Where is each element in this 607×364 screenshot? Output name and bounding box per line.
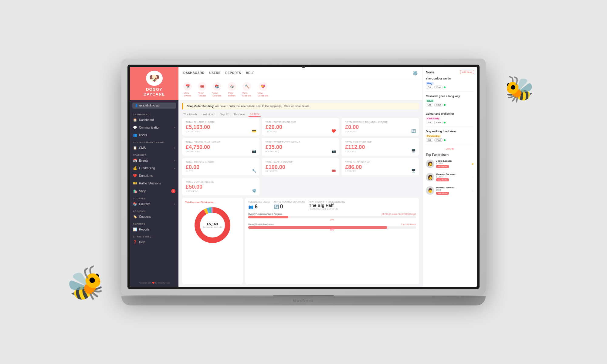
quicklink-auctions[interactable]: 🔨 ViewAuctions xyxy=(242,82,252,97)
sidebar-item-dashboard[interactable]: 🏠 Dashboard xyxy=(130,116,178,124)
news-view-button[interactable]: View xyxy=(434,121,443,124)
news-edit-button[interactable]: Edit xyxy=(426,138,433,142)
quicklink-tickets[interactable]: 🎟️ ViewTickets xyxy=(198,82,206,97)
stat-raffle-income: TOTAL RAFFLE INCOME £100.00 20 TICKETS 🎟… xyxy=(262,158,339,176)
chevron-right-icon: ▸ xyxy=(174,126,175,129)
news-edit-button[interactable]: Edit xyxy=(426,86,433,89)
stat-shop-income: TOTAL SHOP INCOME £86.00 3 ORDERS 🖥️ xyxy=(341,158,419,176)
cms-icon: 📋 xyxy=(133,146,137,150)
laptop-base: MacBook xyxy=(121,296,486,305)
fundraiser-item: 👩 Jodie Leeson £2,600 View Profile ★ xyxy=(426,160,474,168)
bee-left-decoration: 🐝 xyxy=(60,261,111,311)
filter-this-month[interactable]: This Month xyxy=(182,112,198,116)
users-metric-icon: 👥 xyxy=(248,204,253,209)
sidebar-item-donations[interactable]: ❤️ Donations xyxy=(130,172,178,180)
events-icon: 📅 xyxy=(133,159,137,163)
sidebar-item-communication[interactable]: 💬 Communication ▸ xyxy=(130,124,178,131)
courses-icon: 📚 xyxy=(133,202,137,206)
bottom-section: Total Income Distribution xyxy=(178,198,422,287)
sidebar-item-courses[interactable]: 📚 Courses ▸ xyxy=(130,200,178,208)
fundraiser-item: 👩 Gemma Parsons £1,650 View Profile ☆ xyxy=(426,173,474,181)
add-news-button[interactable]: Add News xyxy=(460,70,474,74)
view-profile-button[interactable]: View Profile xyxy=(436,178,449,181)
sidebar-item-users[interactable]: 👥 Users xyxy=(130,131,178,139)
filter-this-year[interactable]: This Year xyxy=(232,112,246,116)
sidebar-item-reports[interactable]: 📊 Reports xyxy=(130,226,178,233)
sidebar-section-addons: ADD-ONS xyxy=(130,208,178,213)
laptop-brand: MacBook xyxy=(293,299,314,303)
users-fundraisers-progress-row: Users Who Are Fundraisers 5 out of 6 Use… xyxy=(248,223,416,231)
sidebar-item-fundraising[interactable]: 💰 Fundraising ▸ xyxy=(130,164,178,172)
filter-sep22[interactable]: Sep 22 xyxy=(219,112,230,116)
monitor2-icon: 🖥️ xyxy=(411,169,416,173)
card-icon: 💳 xyxy=(252,129,256,133)
gear-stat-icon: ⚙️ xyxy=(252,189,256,193)
chevron-right-icon-courses: ▸ xyxy=(174,203,175,205)
tool-icon: 🔧 xyxy=(252,169,256,173)
events-quicklink-icon: 📅 xyxy=(183,82,192,91)
stat-event-entry: TOTAL EVENT ENTRY INCOME £35.00 (EX GIFT… xyxy=(262,138,339,156)
sidebar-section-courses: COURSES xyxy=(130,195,178,200)
shop-order-alert[interactable]: Shop Order Pending: We have 1 order that… xyxy=(182,103,419,110)
nav-users[interactable]: USERS xyxy=(209,70,221,76)
logo-text: DOGGY DAYCARE xyxy=(144,87,165,96)
news-view-button[interactable]: View xyxy=(434,138,443,142)
avatar: 👩 xyxy=(426,160,434,168)
sidebar-section-dashboard: DASHBOARD xyxy=(130,111,178,116)
coupons-icon: 🏷️ xyxy=(133,215,137,219)
auctions-quicklink-icon: 🔨 xyxy=(242,82,251,91)
sidebar-item-shop[interactable]: 🛍️ Shop 1 xyxy=(130,187,178,195)
fundraising-progress-bar xyxy=(248,216,416,218)
star-filled-icon: ★ xyxy=(471,162,474,166)
nav-dashboard[interactable]: DASHBOARD xyxy=(183,70,205,76)
fundraising-icon: 💰 xyxy=(133,166,137,170)
chevron-right-icon-cms: ▸ xyxy=(174,147,175,149)
sidebar-item-cms[interactable]: 📋 CMS ▸ xyxy=(130,144,178,152)
status-active-dot xyxy=(444,122,446,123)
stat-course-income: TOTAL COURSE INCOME £50.00 1 SESSIONS ⚙️ xyxy=(182,178,259,195)
status-active-dot xyxy=(444,86,446,88)
sidebar-item-events[interactable]: 📅 Events ▸ xyxy=(130,157,178,164)
ticket-icon: 🎟️ xyxy=(331,169,336,173)
next-event-box: NEXT EVENT: 5TH NOVEMBER 2022 The Big Ha… xyxy=(309,201,416,210)
news-edit-button[interactable]: Edit xyxy=(426,103,433,106)
filter-tabs: This Month Last Month Sep 22 This Year A… xyxy=(178,110,422,118)
quick-links-bar: 📅 ViewEvents 🎟️ ViewTickets 📚 ViewCourse… xyxy=(178,79,422,100)
news-item: Research goes a long way News Edit View xyxy=(426,95,474,109)
stat-ticket-income: TOTAL TICKET INCOME £112.00 3 TICKETS 🖥️ xyxy=(341,138,419,156)
top-navigation: DASHBOARD USERS REPORTS HELP ⚙️ xyxy=(178,67,422,79)
view-profile-button[interactable]: View Profile xyxy=(436,192,449,195)
quicklink-courses[interactable]: 📚 ViewCourses xyxy=(212,82,222,97)
shop-icon: 🛍️ xyxy=(133,189,137,193)
filter-all-time[interactable]: All Time xyxy=(249,112,261,117)
nav-help[interactable]: HELP xyxy=(246,70,255,76)
donations-quicklink-icon: 💝 xyxy=(259,82,267,91)
income-distribution-chart: Total Income Distribution xyxy=(182,198,243,284)
news-view-button[interactable]: View xyxy=(434,86,443,89)
sidebar: 🐶 DOGGY DAYCARE 👤 Exit Admin Area xyxy=(130,67,178,287)
view-profile-button[interactable]: View Profile xyxy=(436,165,449,168)
monitor-icon: 🖥️ xyxy=(411,149,416,153)
quicklink-donations[interactable]: 💝 ViewDonations xyxy=(257,82,268,97)
news-view-button[interactable]: View xyxy=(434,103,443,106)
view-all-news-button[interactable]: View all xyxy=(426,147,474,150)
camera-icon: 📷 xyxy=(252,149,256,153)
status-active-dot xyxy=(444,139,446,141)
donations-icon: ❤️ xyxy=(133,174,137,178)
quicklink-events[interactable]: 📅 ViewEvents xyxy=(183,82,192,97)
sidebar-item-help[interactable]: ❓ Help xyxy=(130,238,178,246)
filter-last-month[interactable]: Last Month xyxy=(201,112,217,116)
stat-all-time-income: TOTAL ALL-TIME INCOME £5,163.00 (EX GIFT… xyxy=(182,118,259,136)
sidebar-section-reports: REPORTS xyxy=(130,221,178,226)
sidebar-item-raffles[interactable]: 🎫 Raffle / Auctions xyxy=(130,180,178,187)
exit-admin-button[interactable]: 👤 Exit Admin Area xyxy=(132,103,176,109)
quicklink-raffles[interactable]: 🎲 ViewRaffles xyxy=(228,82,236,97)
settings-icon[interactable]: ⚙️ xyxy=(412,71,418,76)
active-monthly-metric: ACTIVE MONTHLY DONATIONS 🔄 0 xyxy=(274,201,305,210)
bee-right-decoration: 🐝 xyxy=(501,72,537,108)
refresh-metric-icon: 🔄 xyxy=(274,204,279,209)
stat-auction-income: TOTAL AUCTION INCOME £0.00 0 LOTS 🔧 xyxy=(182,158,259,176)
nav-reports[interactable]: REPORTS xyxy=(225,70,241,76)
news-edit-button[interactable]: Edit xyxy=(426,121,433,124)
sidebar-item-coupons[interactable]: 🏷️ Coupons xyxy=(130,213,178,221)
